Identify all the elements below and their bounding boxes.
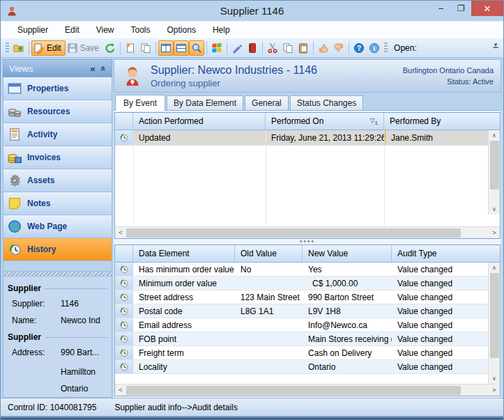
save-button[interactable]: Save <box>66 40 102 56</box>
collapse-up-icon[interactable]: « <box>98 65 109 70</box>
column-audit-type[interactable]: Audit Type <box>392 245 488 262</box>
windows-button[interactable] <box>209 40 224 56</box>
thumbs-down-button[interactable] <box>331 40 346 56</box>
scroll-left-icon[interactable]: < <box>115 229 126 236</box>
column-new-value[interactable]: New Value <box>303 245 392 262</box>
scroll-up-icon[interactable]: ∧ <box>489 263 500 273</box>
event-grid-horizontal-scrollbar[interactable]: < > <box>115 226 500 238</box>
column-performed-on[interactable]: Performed On ▽1 <box>266 113 384 130</box>
new-document-button[interactable] <box>123 40 138 56</box>
scroll-down-icon[interactable]: ∨ <box>489 204 500 215</box>
audit-row[interactable]: Street address123 Main Street990 Barton … <box>115 290 488 304</box>
copy-pages-button[interactable] <box>280 40 296 56</box>
audit-cell: Value changed <box>392 304 488 318</box>
sidebar-item-resources[interactable]: Resources <box>3 100 112 123</box>
scroll-left-icon[interactable]: < <box>115 387 126 394</box>
audit-row[interactable]: LocalityOntarioValue changed <box>115 360 488 374</box>
column-performed-by[interactable]: Performed By <box>384 113 488 130</box>
audit-row[interactable]: Has minimum order valueNoYesValue change… <box>115 263 488 277</box>
audit-cell: Value changed <box>392 290 488 304</box>
audit-grid-vertical-scrollbar[interactable]: ∧ ∨ <box>488 263 500 384</box>
open-folder-button[interactable] <box>11 40 26 56</box>
help-button[interactable]: ? <box>351 40 367 56</box>
sidebar-item-assets[interactable]: Assets <box>3 169 112 192</box>
scrollbar-thumb[interactable] <box>126 386 461 395</box>
icon-column-header[interactable] <box>115 245 133 262</box>
scrollbar-thumb[interactable] <box>490 141 499 189</box>
menu-tools[interactable]: Tools <box>123 22 159 38</box>
collapse-left-icon[interactable]: « <box>91 63 96 74</box>
tab-status-changes[interactable]: Status Changes <box>290 95 363 110</box>
refresh-button[interactable] <box>102 40 118 56</box>
info-button[interactable]: i <box>367 40 382 56</box>
sidebar-item-notes[interactable]: Notes <box>3 192 112 215</box>
close-button[interactable]: ✕ <box>471 1 503 16</box>
scroll-right-icon[interactable]: > <box>489 229 500 236</box>
audit-row[interactable]: Postal codeL8G 1A1L9V 1H8Value changed <box>115 304 488 318</box>
menu-edit[interactable]: Edit <box>56 22 88 38</box>
thumbs-up-icon <box>318 42 329 54</box>
search-button[interactable] <box>189 40 204 56</box>
scroll-down-icon[interactable]: ∨ <box>489 373 500 384</box>
status-message: Supplier audit info-->Audit details <box>114 403 237 412</box>
column-guide <box>133 130 134 226</box>
column-data-element[interactable]: Data Element <box>133 245 235 262</box>
history-row-icon <box>115 130 133 145</box>
menu-options[interactable]: Options <box>159 22 204 38</box>
minimize-button[interactable]: – <box>431 1 451 16</box>
column-action-performed[interactable]: Action Performed <box>133 113 266 130</box>
sidebar-item-history[interactable]: History <box>3 238 112 261</box>
audit-cell: Value changed <box>392 263 488 276</box>
audit-cell: Value changed <box>392 360 488 373</box>
menu-supplier[interactable]: Supplier <box>9 22 56 38</box>
title-bar[interactable]: Supplier 1146 – ❐ ✕ <box>1 1 503 21</box>
tab-by-data-element[interactable]: By Data Element <box>167 95 243 110</box>
audit-row[interactable]: Email addressInfo@Newco.caValue changed <box>115 318 488 332</box>
event-row-updated[interactable]: Updated Friday, June 21, 2013 11:29:26 A… <box>115 130 488 146</box>
copy-button[interactable] <box>138 40 153 56</box>
sidebar-item-web-page[interactable]: Web Page <box>3 215 112 238</box>
tab-by-event[interactable]: By Event <box>115 95 165 111</box>
event-grid-vertical-scrollbar[interactable]: ∧ ∨ <box>488 130 500 215</box>
cut-scissors-icon <box>267 42 278 54</box>
scrollbar-thumb[interactable] <box>490 273 499 358</box>
split-horizontal-button[interactable] <box>174 40 189 56</box>
supplier-location: Burlington Ontario Canada <box>403 65 494 77</box>
sidebar-item-invoices[interactable]: Invoices <box>3 146 112 169</box>
toolbar-grip[interactable] <box>6 42 9 54</box>
info-icon: i <box>369 42 380 54</box>
menu-view[interactable]: View <box>88 22 123 38</box>
history-row-icon <box>115 346 133 359</box>
sidebar-item-label: Assets <box>27 176 54 185</box>
toolbar-grip[interactable] <box>384 42 388 54</box>
bookmark-button[interactable] <box>245 40 260 56</box>
sidebar-item-activity[interactable]: Activity <box>3 123 112 146</box>
menu-help[interactable]: Help <box>204 22 238 38</box>
cut-button[interactable] <box>265 40 280 56</box>
audit-cell <box>235 360 303 373</box>
audit-row[interactable]: Freight termCash on DeliveryValue change… <box>115 346 488 360</box>
scroll-right-icon[interactable]: > <box>489 387 500 394</box>
audit-grid-horizontal-scrollbar[interactable]: < > <box>115 384 500 396</box>
scrollbar-thumb[interactable] <box>126 228 461 238</box>
scroll-up-icon[interactable]: ∧ <box>489 130 500 141</box>
feedback-button[interactable] <box>229 40 245 56</box>
sidebar-item-properties[interactable]: Properties <box>3 77 112 100</box>
address-city: Hamillton <box>61 367 105 377</box>
column-old-value[interactable]: Old Value <box>235 245 303 262</box>
paste-button[interactable] <box>296 40 311 56</box>
audit-row[interactable]: FOB pointMain Stores receiving dockValue… <box>115 332 488 346</box>
icon-column-header[interactable] <box>115 113 133 130</box>
audit-cell: 990 Barton Street <box>303 290 392 304</box>
grid-splitter[interactable]: •••• <box>114 239 501 244</box>
edit-button[interactable]: Edit <box>31 40 66 56</box>
maximize-button[interactable]: ❐ <box>451 1 471 16</box>
toolbar-overflow-chevron-icon[interactable]: ▾▔ <box>491 42 501 54</box>
audit-row[interactable]: Minimum order valueC$ 1,000.00Value chan… <box>115 277 488 290</box>
split-vertical-button[interactable] <box>158 40 174 56</box>
tab-general[interactable]: General <box>245 95 289 110</box>
thumbs-up-button[interactable] <box>316 40 331 56</box>
audit-cell: No <box>235 263 303 276</box>
sidebar-splitter[interactable] <box>3 271 112 277</box>
audit-cell: Main Stores receiving dock <box>303 332 392 345</box>
